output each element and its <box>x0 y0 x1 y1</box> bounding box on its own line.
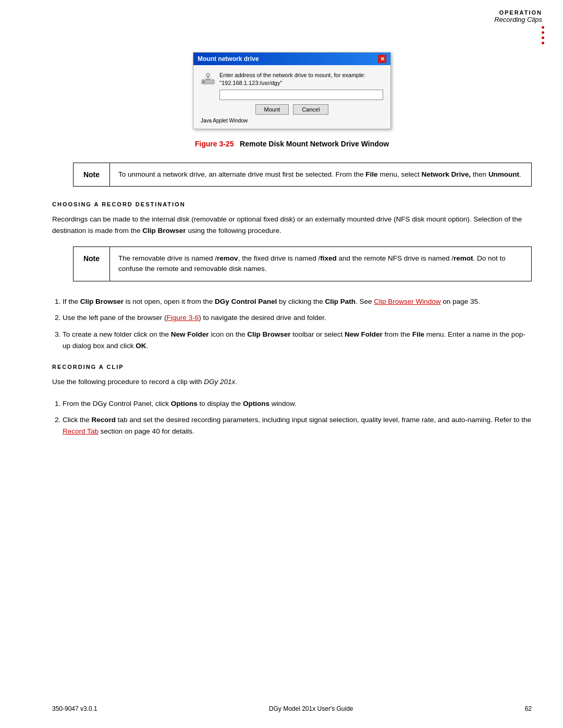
dot-2 <box>542 31 544 34</box>
mount-button[interactable]: Mount <box>255 104 289 115</box>
decorative-dots <box>542 26 544 44</box>
dot-1 <box>542 26 544 29</box>
step-1-2: Use the left pane of the browser (Figure… <box>63 312 532 324</box>
step-2-1: From the DGy Control Panel, click Option… <box>63 398 532 410</box>
page-footer: 350-9047 v3.0.1 DGy Model 201x User's Gu… <box>0 705 563 712</box>
dialog-titlebar: Mount network drive ✕ <box>193 53 390 65</box>
footer-center: DGy Model 201x User's Guide <box>269 705 353 712</box>
dialog-content-row: Enter address of the network drive to mo… <box>201 71 383 100</box>
header-subtitle: Recording Clips <box>494 16 542 23</box>
dialog-buttons-row: Mount Cancel <box>201 104 383 115</box>
record-tab-link[interactable]: Record Tab <box>63 427 99 435</box>
section2-intro-text: Use the following procedure to record a … <box>52 376 532 388</box>
clip-browser-window-link[interactable]: Clip Browser Window <box>374 298 440 305</box>
mount-network-drive-dialog: Mount network drive ✕ <box>193 52 391 129</box>
svg-line-5 <box>208 78 211 80</box>
figure-title: Remote Disk Mount Network Drive Window <box>236 140 389 148</box>
network-address-input[interactable] <box>219 90 383 100</box>
dot-3 <box>542 36 544 39</box>
figure-number: Figure 3-25 <box>195 140 234 148</box>
figure-3-6-link[interactable]: Figure 3-6 <box>167 314 199 322</box>
steps-list-1: If the Clip Browser is not open, open it… <box>63 296 532 351</box>
dialog-title: Mount network drive <box>198 55 259 63</box>
section-heading-recording-clip: RECORDING A CLIP <box>52 364 532 370</box>
step-1-1: If the Clip Browser is not open, open it… <box>63 296 532 307</box>
cancel-button[interactable]: Cancel <box>293 104 328 115</box>
steps-list-2: From the DGy Control Panel, click Option… <box>63 398 532 437</box>
footer-right: 62 <box>525 705 532 712</box>
page-header: OPERATION Recording Clips <box>494 9 542 23</box>
note-content-2: The removable drive is named /remov, the… <box>110 247 531 281</box>
dialog-instruction: Enter address of the network drive to mo… <box>219 71 383 88</box>
dialog-body: Enter address of the network drive to mo… <box>193 65 390 129</box>
network-drive-icon <box>201 72 215 87</box>
operation-label: OPERATION <box>494 9 542 16</box>
section-heading-record-destination: CHOOSING A RECORD DESTINATION <box>52 201 532 207</box>
note-box-2: Note The removable drive is named /remov… <box>73 246 532 281</box>
note-label-2: Note <box>74 247 110 281</box>
note-content-1: To unmount a network drive, an alternate… <box>110 163 530 186</box>
note-box-1: Note To unmount a network drive, an alte… <box>73 163 532 187</box>
dot-4 <box>542 42 544 44</box>
section1-body-text: Recordings can be made to the internal d… <box>52 214 532 236</box>
step-2-2: Click the Record tab and set the desired… <box>63 414 532 437</box>
java-applet-label: Java Applet Window <box>201 117 383 124</box>
svg-rect-1 <box>203 81 205 83</box>
main-content: Mount network drive ✕ <box>0 0 563 491</box>
dialog-input-area: Enter address of the network drive to mo… <box>219 71 383 100</box>
step-1-3: To create a new folder click on the New … <box>63 329 532 351</box>
figure-caption: Figure 3-25 Remote Disk Mount Network Dr… <box>52 140 532 148</box>
footer-left: 350-9047 v3.0.1 <box>52 705 97 712</box>
dialog-screenshot-container: Mount network drive ✕ <box>52 52 532 129</box>
note-label-1: Note <box>74 163 110 186</box>
dialog-close-button[interactable]: ✕ <box>378 55 386 63</box>
svg-line-4 <box>205 78 208 80</box>
